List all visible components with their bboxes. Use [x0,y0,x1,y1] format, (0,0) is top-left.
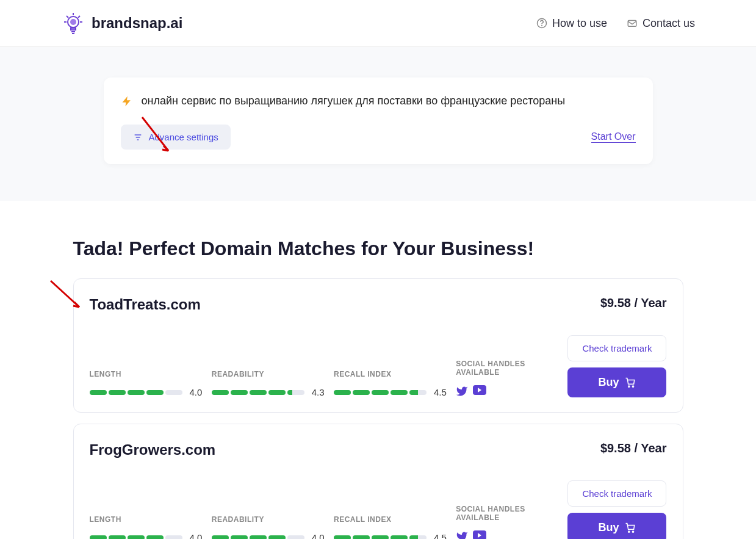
hero-section: онлайн сервис по выращиванию лягушек для… [0,47,756,201]
metric-recall: RECALL INDEX4.5 [334,370,437,397]
annotation-arrow-icon [48,278,84,311]
how-to-use-label: How to use [552,17,607,30]
search-actions: Advance settings Start Over [121,125,636,150]
metric-social: SOCIAL HANDLES AVAILABLE [456,505,549,539]
svg-point-16 [628,385,630,386]
logo[interactable]: brandsnap.ai [61,11,182,35]
metric-label: READABILITY [212,370,315,378]
how-to-use-link[interactable]: How to use [536,17,607,30]
card-body: LENGTH4.0READABILITY4.0RECALL INDEX4.5SO… [90,480,667,539]
question-circle-icon [536,18,547,29]
domain-price: $9.58 / Year [600,296,667,310]
metric-value: 4.0 [190,532,203,539]
card-body: LENGTH4.0READABILITY4.3RECALL INDEX4.5SO… [90,335,667,397]
brand-name: brandsnap.ai [92,15,182,32]
card-header: FrogGrowers.com$9.58 / Year [90,441,667,458]
metric-readability: READABILITY4.0 [212,515,315,539]
svg-rect-7 [71,28,76,30]
header: brandsnap.ai How to use Contact us [0,0,756,47]
metric-label: LENGTH [90,370,193,378]
metric-label: RECALL INDEX [334,515,437,524]
start-over-link[interactable]: Start Over [591,131,636,143]
card-header: ToadTreats.com$9.58 / Year [90,296,667,313]
metric-social: SOCIAL HANDLES AVAILABLE [456,360,549,397]
cart-icon [625,377,636,388]
bolt-icon [121,95,133,107]
svg-line-3 [67,16,68,18]
metric-label: SOCIAL HANDLES AVAILABLE [456,505,549,522]
svg-point-19 [633,530,634,532]
contact-us-link[interactable]: Contact us [627,17,695,30]
check-trademark-button[interactable]: Check trademark [567,335,666,361]
search-card: онлайн сервис по выращиванию лягушек для… [104,78,653,164]
metric-readability: READABILITY4.3 [212,370,315,397]
domain-price: $9.58 / Year [600,441,667,455]
metric-recall: RECALL INDEX4.5 [334,515,437,539]
twitter-icon[interactable] [456,530,468,539]
metric-label: READABILITY [212,515,315,524]
search-query-text[interactable]: онлайн сервис по выращиванию лягушек для… [142,95,566,107]
brand-lightbulb-icon [61,11,85,35]
nav: How to use Contact us [536,17,695,30]
svg-line-4 [78,16,80,18]
cart-icon [625,523,636,534]
annotation-arrow-icon [139,114,173,157]
card-actions: Check trademarkBuy [567,335,666,397]
svg-rect-12 [628,21,636,27]
buy-button[interactable]: Buy [567,513,666,539]
domain-card: FrogGrowers.com$9.58 / YearLENGTH4.0READ… [73,424,683,539]
check-trademark-button[interactable]: Check trademark [567,480,666,507]
contact-us-label: Contact us [643,17,695,30]
twitter-icon[interactable] [456,385,468,397]
metric-label: LENGTH [90,515,193,524]
metric-value: 4.5 [434,387,447,397]
results-section: Tada! Perfect Domain Matches for Your Bu… [43,201,714,539]
search-input-row: онлайн сервис по выращиванию лягушек для… [121,95,636,107]
results-title: Tada! Perfect Domain Matches for Your Bu… [73,237,683,260]
metric-label: RECALL INDEX [334,370,437,378]
metric-value: 4.0 [312,532,325,539]
advance-settings-button[interactable]: Advance settings [121,125,231,150]
mail-icon [627,18,638,29]
metric-length: LENGTH4.0 [90,370,193,397]
card-actions: Check trademarkBuy [567,480,666,539]
svg-point-11 [542,25,542,26]
metric-label: SOCIAL HANDLES AVAILABLE [456,360,549,377]
domain-name: FrogGrowers.com [90,441,216,458]
metric-value: 4.3 [312,387,325,397]
buy-button[interactable]: Buy [567,367,666,397]
svg-point-18 [628,530,630,532]
domain-card: ToadTreats.com$9.58 / YearLENGTH4.0READA… [73,278,683,413]
youtube-icon[interactable] [473,385,486,395]
svg-point-17 [633,385,634,386]
metric-value: 4.0 [190,387,203,397]
metric-length: LENGTH4.0 [90,515,193,539]
svg-point-1 [70,19,76,25]
metric-value: 4.5 [434,532,447,539]
youtube-icon[interactable] [473,530,486,539]
domain-name: ToadTreats.com [90,296,201,313]
